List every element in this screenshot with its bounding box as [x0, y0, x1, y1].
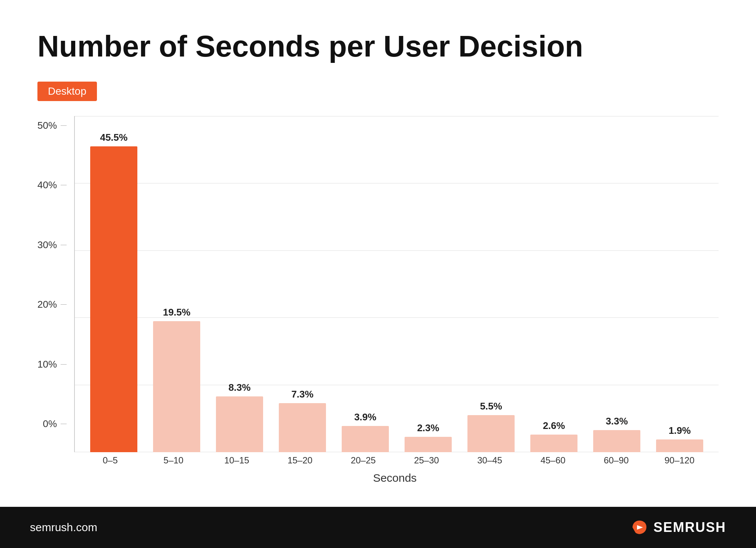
bar-value-label: 45.5%: [100, 132, 128, 143]
y-axis-label: 30%: [37, 239, 67, 251]
x-axis-label: 0–5: [79, 455, 142, 466]
x-axis-label: 30–45: [458, 455, 521, 466]
bar-value-label: 5.5%: [480, 401, 502, 412]
bar-group: 7.3%: [271, 116, 334, 452]
x-axis-label: 5–10: [142, 455, 205, 466]
y-axis-label: 50%: [37, 120, 67, 131]
footer-url: semrush.com: [30, 521, 97, 534]
bar-group: 1.9%: [648, 116, 711, 452]
bar-value-label: 2.6%: [543, 420, 565, 432]
bar-group: 8.3%: [208, 116, 271, 452]
bar-group: 2.3%: [397, 116, 460, 452]
bar-group: 5.5%: [460, 116, 522, 452]
bar: [467, 415, 515, 452]
bar: [279, 403, 326, 452]
x-labels: 0–55–1010–1515–2020–2525–3030–4545–6060–…: [71, 455, 719, 466]
bars-row: 45.5%19.5%8.3%7.3%3.9%2.3%5.5%2.6%3.3%1.…: [75, 116, 719, 452]
main-content: Number of Seconds per User Decision Desk…: [0, 0, 756, 507]
x-axis-label: 60–90: [585, 455, 648, 466]
bar: [90, 146, 137, 452]
chart-area: 50%40%30%20%10%0% 45.5%19.5%8.3%7.3%3.9%…: [37, 116, 719, 452]
bar-group: 3.3%: [585, 116, 648, 452]
bar-value-label: 8.3%: [228, 382, 250, 393]
bar-value-label: 2.3%: [417, 422, 439, 434]
bar: [405, 437, 452, 452]
bar-group: 19.5%: [145, 116, 208, 452]
bar-value-label: 3.9%: [354, 411, 376, 423]
bar-value-label: 19.5%: [163, 307, 190, 318]
legend-area: Desktop: [37, 82, 719, 101]
x-axis-label: 45–60: [521, 455, 585, 466]
bars-and-grid: 45.5%19.5%8.3%7.3%3.9%2.3%5.5%2.6%3.3%1.…: [74, 116, 719, 452]
bar-group: 3.9%: [334, 116, 397, 452]
bar-group: 2.6%: [522, 116, 585, 452]
footer-logo-text: SEMRUSH: [653, 520, 726, 535]
semrush-logo-icon: [629, 518, 648, 537]
x-axis-label: 10–15: [205, 455, 268, 466]
legend-badge: Desktop: [37, 82, 97, 101]
x-axis-title: Seconds: [37, 472, 719, 484]
bar-value-label: 1.9%: [668, 425, 691, 436]
chart-inner: 45.5%19.5%8.3%7.3%3.9%2.3%5.5%2.6%3.3%1.…: [74, 116, 719, 452]
y-axis-label: 0%: [43, 418, 67, 430]
bar: [656, 439, 703, 452]
bar: [593, 430, 640, 452]
x-axis: 0–55–1010–1515–2020–2525–3030–4545–6060–…: [37, 455, 719, 466]
bar: [342, 426, 389, 452]
x-axis-label: 20–25: [332, 455, 395, 466]
footer-logo: SEMRUSH: [629, 518, 726, 537]
x-axis-label: 15–20: [268, 455, 332, 466]
bar-group: 45.5%: [82, 116, 145, 452]
y-axis: 50%40%30%20%10%0%: [37, 116, 74, 452]
bar-value-label: 3.3%: [606, 415, 628, 427]
bar: [216, 396, 263, 452]
chart-title: Number of Seconds per User Decision: [37, 30, 719, 63]
footer: semrush.com SEMRUSH: [0, 507, 756, 548]
bar-value-label: 7.3%: [291, 389, 313, 400]
y-axis-label: 10%: [37, 359, 67, 370]
bar: [153, 321, 200, 452]
x-axis-label: 90–120: [648, 455, 711, 466]
chart-container: 50%40%30%20%10%0% 45.5%19.5%8.3%7.3%3.9%…: [37, 116, 719, 484]
x-axis-label: 25–30: [395, 455, 458, 466]
y-axis-label: 20%: [37, 299, 67, 310]
y-axis-label: 40%: [37, 179, 67, 191]
bar: [530, 435, 577, 452]
